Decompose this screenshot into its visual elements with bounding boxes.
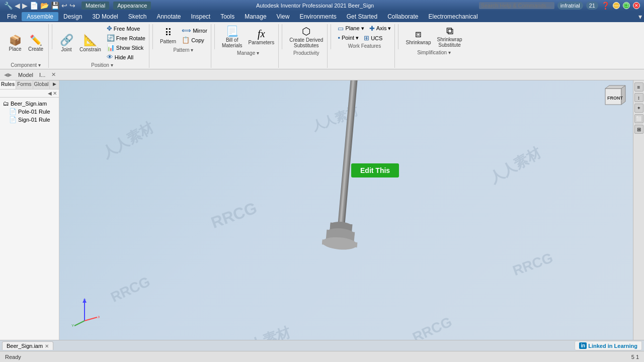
divider-5	[331, 24, 331, 49]
maximize-button[interactable]: ❐	[623, 2, 630, 9]
free-rotate-label: Free Rotate	[116, 35, 145, 41]
create-derived-label: Create DerivedSubstitutes	[289, 37, 323, 48]
tab-forms[interactable]: Forms	[16, 80, 33, 89]
viewport[interactable]: 人人素材 RRCG RRCG 人人素材 人人素材 RRCG RRCG 人人素材	[59, 80, 644, 340]
back-icon[interactable]: ◀	[15, 2, 20, 10]
minimize-button[interactable]: —	[613, 2, 620, 9]
menu-electromechanical[interactable]: Electromechanical	[424, 12, 483, 21]
appearance-dropdown[interactable]: Appearance	[113, 2, 151, 10]
copy-label: Copy	[191, 37, 204, 43]
beersign-label: Beer_Sign.iam	[11, 101, 47, 107]
parameters-button[interactable]: fx Parameters	[246, 26, 276, 48]
tree-item-sign-rule[interactable]: 📄 Sign-01 Rule	[1, 116, 58, 124]
front-label: FRONT	[607, 96, 623, 101]
panel-btn-3[interactable]: ⌖	[634, 104, 643, 113]
front-cube-indicator[interactable]: FRONT	[601, 84, 629, 112]
place-button[interactable]: 📦 Place	[6, 33, 24, 53]
axes-svg: Z X Y	[69, 298, 100, 328]
close-panel-btn[interactable]: ✕	[51, 71, 56, 78]
watermark-2: RRCG	[209, 199, 260, 232]
mirror-button[interactable]: ⟺ Mirror	[180, 26, 209, 35]
tab-global[interactable]: Global	[33, 80, 50, 89]
create-button[interactable]: ✏️ Create	[26, 33, 45, 53]
material-dropdown[interactable]: Material	[82, 2, 109, 10]
new-icon[interactable]: 📄	[30, 2, 38, 10]
ribbon-collapse-icon[interactable]: ▾	[638, 13, 642, 21]
sign-3d	[276, 80, 427, 272]
free-rotate-button[interactable]: 🔄 Free Rotate	[105, 34, 147, 42]
menu-design[interactable]: Design	[58, 12, 87, 21]
simplification-label: Simplification ▾	[404, 50, 464, 55]
search-input[interactable]	[479, 2, 554, 9]
menu-sketch[interactable]: Sketch	[123, 12, 152, 21]
menu-view[interactable]: View	[272, 12, 295, 21]
free-move-label: Free Move	[114, 26, 140, 32]
joint-button[interactable]: 🔗 Joint	[57, 32, 75, 54]
tabbar: Beer_Sign.iam ✕ in Linked in Learning	[0, 340, 644, 351]
panel-close-icon[interactable]: ✕	[53, 90, 57, 96]
plane-button[interactable]: ▭ Plane ▾	[336, 24, 365, 33]
watermark-3: RRCG	[108, 274, 152, 306]
tab-arrow-right[interactable]: ▶	[50, 80, 59, 89]
position-row1: 🔗 Joint 📐 Constrain ✥ Free Move 🔄	[57, 24, 147, 61]
parameters-icon: fx	[258, 28, 265, 40]
tree-item-beersign[interactable]: 🗂 Beer_Sign.iam	[1, 100, 58, 108]
below-ribbon: ◀▶ Model I... ✕	[0, 69, 644, 80]
free-move-button[interactable]: ✥ Free Move	[105, 24, 147, 33]
shrinkwrap-substitute-button[interactable]: ⧉ ShrinkwrapSubstitute	[435, 24, 464, 49]
axis-button[interactable]: ✚ Axis ▾	[368, 24, 393, 33]
axis-icon: ✚	[369, 25, 375, 32]
beer-sign-tab[interactable]: Beer_Sign.iam ✕	[2, 341, 53, 350]
tab-rules[interactable]: Rules	[0, 80, 16, 89]
tree-item-pole-rule[interactable]: 📄 Pole-01 Rule	[1, 108, 58, 116]
ucs-label: UCS	[371, 35, 382, 41]
tab-close-icon[interactable]: ✕	[45, 343, 49, 349]
menu-collaborate[interactable]: Collaborate	[382, 12, 423, 21]
panel-prev-icon[interactable]: ◀	[48, 90, 52, 96]
mirror-icon: ⟺	[182, 27, 191, 34]
right-panel: ≡ ↕ ⌖ ⬜ ⊞	[633, 80, 644, 340]
show-stick-button[interactable]: 📊 Show Stick	[105, 43, 147, 52]
status-text: Ready	[5, 354, 21, 360]
menu-tools[interactable]: Tools	[215, 12, 239, 21]
panel-tabs: Rules Forms Global ▶	[0, 80, 59, 89]
copy-button[interactable]: 📋 Copy	[180, 36, 209, 44]
forward-icon[interactable]: ▶	[22, 2, 28, 10]
constrain-button[interactable]: 📐 Constrain	[77, 32, 103, 54]
help-icon[interactable]: ❓	[601, 2, 610, 10]
menu-get-started[interactable]: Get Started	[342, 12, 382, 21]
bill-label: Bill ofMaterials	[222, 37, 243, 48]
shrinkwrap-button[interactable]: ⧈ Shrinkwrap	[404, 26, 433, 48]
ucs-button[interactable]: ⊞ UCS	[362, 34, 384, 42]
open-icon[interactable]: 📂	[40, 2, 49, 10]
menu-environments[interactable]: Environments	[294, 12, 341, 21]
redo-icon[interactable]: ↪	[69, 2, 75, 10]
menu-3dmodel[interactable]: 3D Model	[87, 12, 123, 21]
panel-btn-1[interactable]: ≡	[634, 82, 643, 92]
ribbon: 📦 Place ✏️ Create Component ▾ 🔗 Joint	[0, 22, 644, 69]
titlebar: 🔧 ◀ ▶ 📄 📂 💾 ↩ ↪ Material Appearance Auto…	[0, 0, 644, 11]
close-button[interactable]: ✕	[633, 2, 640, 9]
pattern-icon: ⠿	[165, 27, 172, 39]
save-icon[interactable]: 💾	[51, 2, 59, 10]
point-button[interactable]: • Point ▾	[336, 34, 360, 42]
pole-rule-label: Pole-01 Rule	[18, 109, 50, 115]
pattern-button[interactable]: ⠿ Pattern	[158, 24, 178, 46]
undo-icon[interactable]: ↩	[61, 2, 67, 10]
status-right: 5 1	[631, 354, 639, 360]
menu-assemble[interactable]: Assemble	[22, 12, 58, 21]
panel-btn-4[interactable]: ⬜	[634, 114, 643, 123]
watermark-7: RRCG	[410, 314, 454, 340]
panel-btn-2[interactable]: ↕	[634, 93, 643, 102]
create-derived-button[interactable]: ⬡ Create DerivedSubstitutes	[287, 24, 325, 49]
bill-of-materials-button[interactable]: 📃 Bill ofMaterials	[220, 24, 245, 49]
menu-manage[interactable]: Manage	[239, 12, 271, 21]
menu-annotate[interactable]: Annotate	[151, 12, 186, 21]
menu-file[interactable]: File	[2, 12, 22, 21]
beersign-icon: 🗂	[3, 100, 9, 107]
panel-btn-5[interactable]: ⊞	[634, 125, 643, 134]
pole-rule-icon: 📄	[9, 108, 17, 115]
hide-all-button[interactable]: 👁 Hide All	[105, 53, 147, 61]
menu-inspect[interactable]: Inspect	[186, 12, 215, 21]
ribbon-group-component: 📦 Place ✏️ Create Component ▾	[3, 24, 49, 68]
